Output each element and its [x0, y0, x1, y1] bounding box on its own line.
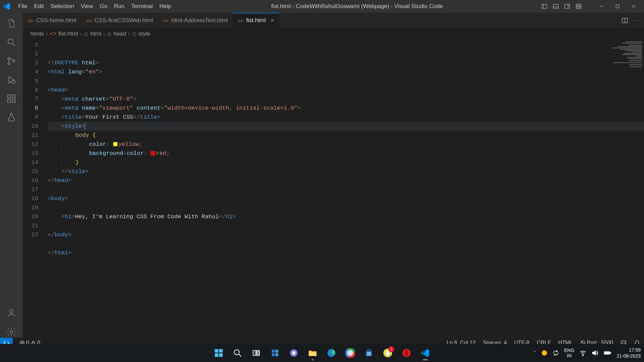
svg-rect-49: [292, 352, 296, 355]
tab-label: fist.html: [246, 17, 266, 24]
menu-help[interactable]: Help: [156, 1, 174, 12]
source-control-icon[interactable]: [5, 55, 17, 67]
volume-icon[interactable]: [592, 350, 598, 356]
extensions-icon[interactable]: [5, 93, 17, 105]
menu-selection[interactable]: Selection: [47, 1, 77, 12]
svg-point-16: [8, 57, 10, 59]
accounts-icon[interactable]: [5, 307, 17, 319]
close-button[interactable]: [626, 1, 641, 11]
testing-icon[interactable]: [5, 111, 17, 123]
svg-point-26: [10, 330, 13, 333]
breadcrumb-file[interactable]: fist.html: [58, 31, 78, 37]
widgets-icon[interactable]: [267, 345, 283, 361]
customize-layout-icon[interactable]: [574, 1, 584, 11]
tab-html-addresstext[interactable]: <> html-AddressText.html: [158, 13, 233, 28]
svg-point-25: [10, 310, 13, 313]
editor-body[interactable]: 12345678910111213141516171819202122 <!DO…: [23, 40, 644, 338]
html-file-icon: <>: [28, 18, 34, 23]
svg-rect-9: [579, 7, 581, 9]
tab-label: CSS-firstCSSWeb.html: [95, 17, 153, 24]
svg-rect-37: [219, 349, 223, 353]
opera-icon[interactable]: [398, 345, 415, 361]
battery-icon[interactable]: [604, 350, 611, 356]
activity-bar: [0, 13, 23, 338]
input-language[interactable]: ENG IN: [564, 348, 574, 358]
breadcrumb-item[interactable]: style: [139, 31, 150, 37]
minimize-button[interactable]: [594, 1, 609, 11]
breadcrumb-item[interactable]: head: [113, 31, 126, 37]
svg-rect-61: [369, 354, 370, 355]
html-file-icon: <>: [86, 18, 92, 23]
title-bar: File Edit Selection View Go Run Terminal…: [0, 0, 644, 13]
wifi-icon[interactable]: [580, 350, 586, 356]
toggle-secondary-sidebar-icon[interactable]: [562, 1, 572, 11]
settings-gear-icon[interactable]: [5, 326, 17, 338]
window-title: fist.html - CodeWithRahulGoswami (Webpag…: [174, 3, 539, 10]
svg-point-17: [8, 62, 10, 64]
menu-file[interactable]: File: [15, 1, 31, 12]
chevron-right-icon: ›: [46, 31, 48, 37]
tray-chevron-icon[interactable]: ˄: [534, 350, 536, 356]
task-view-icon[interactable]: [248, 345, 264, 361]
code-content[interactable]: <!DOCTYPE html><html lang="en"><head> <m…: [48, 40, 644, 338]
close-tab-icon[interactable]: ✕: [270, 18, 274, 23]
symbol-icon: ◇: [84, 31, 88, 38]
maximize-button[interactable]: [610, 1, 625, 11]
teams-chat-icon[interactable]: [286, 345, 302, 361]
svg-rect-24: [12, 95, 15, 98]
svg-rect-69: [605, 352, 609, 354]
toggle-panel-icon[interactable]: [551, 1, 561, 11]
breadcrumbs[interactable]: htmls › <> fist.html › ◇ html › ◇ head ›…: [23, 28, 644, 40]
tab-css-firstcssweb[interactable]: <> CSS-firstCSSWeb.html: [82, 13, 158, 28]
chevron-right-icon: ›: [128, 31, 130, 37]
svg-point-14: [8, 39, 13, 44]
svg-rect-23: [12, 100, 15, 103]
breadcrumb-folder[interactable]: htmls: [30, 31, 44, 37]
svg-rect-21: [8, 95, 11, 98]
svg-rect-36: [215, 349, 218, 353]
system-clock[interactable]: 17:59 21-08-2023: [616, 347, 641, 359]
svg-point-20: [12, 80, 15, 83]
toggle-primary-sidebar-icon[interactable]: [539, 1, 549, 11]
explorer-icon[interactable]: [5, 17, 17, 29]
svg-rect-4: [565, 4, 570, 8]
symbol-icon: ◇: [132, 31, 137, 38]
tab-fist-html[interactable]: <> fist.html ✕: [233, 13, 279, 28]
svg-rect-8: [576, 7, 578, 9]
svg-marker-19: [9, 76, 14, 83]
microsoft-store-icon[interactable]: [361, 345, 377, 361]
menu-view[interactable]: View: [77, 1, 97, 12]
split-editor-icon[interactable]: [622, 17, 628, 24]
tray-icon[interactable]: [541, 350, 547, 356]
taskbar-search-icon[interactable]: [229, 345, 246, 361]
svg-point-65: [542, 350, 547, 356]
vscode-taskbar-icon[interactable]: [417, 345, 433, 361]
windows-taskbar: 1 ˄ ENG IN 17:59 21-08-2023: [0, 344, 644, 362]
vscode-logo-icon: [3, 2, 11, 10]
file-explorer-icon[interactable]: [305, 345, 321, 361]
chevron-right-icon: ›: [103, 31, 105, 37]
menu-edit[interactable]: Edit: [31, 1, 47, 12]
more-actions-icon[interactable]: ···: [633, 17, 639, 23]
line-gutter: 12345678910111213141516171819202122: [23, 40, 48, 338]
svg-rect-39: [219, 353, 223, 357]
svg-line-15: [13, 44, 15, 46]
breadcrumb-item[interactable]: html: [90, 31, 101, 37]
menu-run[interactable]: Run: [111, 1, 128, 12]
chrome-icon[interactable]: [342, 345, 358, 361]
svg-rect-7: [579, 4, 581, 6]
symbol-icon: ◇: [107, 31, 111, 38]
svg-point-40: [234, 350, 239, 355]
snapchat-icon[interactable]: 1: [380, 345, 396, 361]
start-button[interactable]: [211, 345, 227, 361]
run-debug-icon[interactable]: [5, 74, 17, 86]
svg-point-56: [349, 352, 352, 354]
menu-go[interactable]: Go: [96, 1, 111, 12]
tab-css-home[interactable]: <> CSS-home.html: [23, 13, 82, 28]
tray-sync-icon[interactable]: [553, 350, 559, 356]
edge-icon[interactable]: [323, 345, 339, 361]
minimap[interactable]: [607, 40, 644, 338]
search-icon[interactable]: [5, 36, 17, 48]
tab-label: CSS-home.html: [36, 17, 76, 24]
menu-terminal[interactable]: Terminal: [128, 1, 156, 12]
